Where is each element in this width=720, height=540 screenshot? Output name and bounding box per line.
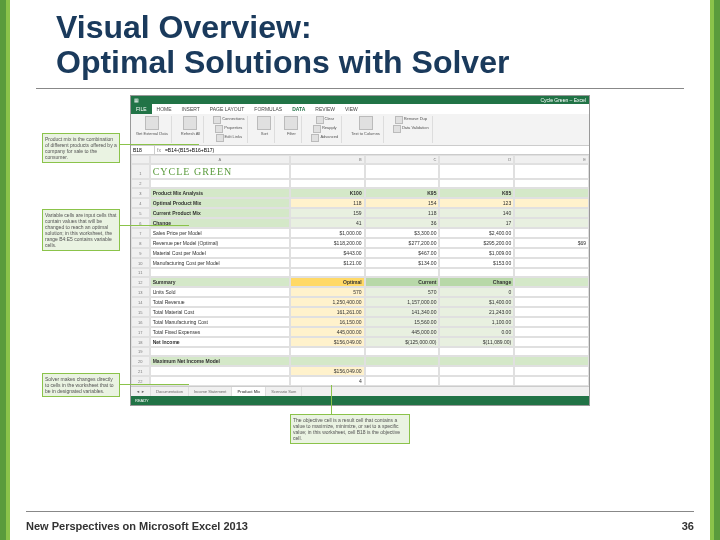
table-row[interactable]: 8Revenue per Model (Optimal)$118,200.00$… — [131, 238, 589, 248]
table-row[interactable]: 10Manufacturing Cost per Model$121.00$13… — [131, 258, 589, 268]
excel-titlebar: ▦ Cycle Green – Excel — [131, 96, 589, 104]
external-data-icon[interactable] — [145, 116, 159, 130]
status-bar: READY — [131, 396, 589, 405]
sheet-scenario[interactable]: Scenario Sum — [266, 387, 302, 396]
edit-icon[interactable] — [216, 134, 224, 142]
ribbon-body: Get External Data Refresh All Connection… — [131, 114, 589, 146]
table-row[interactable]: 7Sales Price per Model$1,000.00$3,300.00… — [131, 228, 589, 238]
tab-data[interactable]: DATA — [287, 104, 310, 114]
title-rule — [36, 88, 684, 89]
formula-value[interactable]: =B14-(B15+B16+B17) — [163, 146, 589, 154]
logo: CYCLE GREEN — [150, 164, 290, 179]
table-row[interactable]: 3Product Mix AnalysisK100K95K85 — [131, 188, 589, 198]
col-headers: A B C D E — [131, 155, 589, 164]
callout-product-mix: Product mix is the combination of differ… — [42, 133, 120, 163]
tab-file[interactable]: FILE — [131, 104, 152, 114]
rd-icon[interactable] — [395, 116, 403, 124]
callout-variable-cells: Variable cells are input cells that cont… — [42, 209, 120, 251]
tab-nav[interactable]: ◄ ► — [131, 387, 151, 396]
sheet-tabs: ◄ ► Documentation Income Statement Produ… — [131, 386, 589, 396]
table-row[interactable]: 13Units Sold5705700 — [131, 287, 589, 297]
sort-icon[interactable] — [257, 116, 271, 130]
tab-pagelayout[interactable]: PAGE LAYOUT — [205, 104, 250, 114]
footer-right: 36 — [682, 520, 694, 532]
reapply-icon[interactable] — [313, 125, 321, 133]
tab-formulas[interactable]: FORMULAS — [249, 104, 287, 114]
table-row[interactable]: 15Total Material Cost161,261.00141,340.0… — [131, 307, 589, 317]
sheet-doc[interactable]: Documentation — [151, 387, 189, 396]
table-row[interactable]: 6Change413617 — [131, 218, 589, 228]
table-row[interactable]: 224 — [131, 376, 589, 386]
ttc-icon[interactable] — [359, 116, 373, 130]
table-row[interactable]: 18Net Income$156,049.00$(125,000.00)$(11… — [131, 337, 589, 347]
table-row[interactable]: 20Maximum Net Income Model — [131, 356, 589, 366]
table-row[interactable]: 12SummaryOptimalCurrentChange — [131, 277, 589, 287]
ribbon-tabs: FILE HOME INSERT PAGE LAYOUT FORMULAS DA… — [131, 104, 589, 114]
table-row[interactable]: 19 — [131, 347, 589, 356]
table-row[interactable]: 16Total Manufacturing Cost16,150.0015,56… — [131, 317, 589, 327]
formula-bar: B18 fx =B14-(B15+B16+B17) — [131, 146, 589, 155]
excel-window: ▦ Cycle Green – Excel FILE HOME INSERT P… — [130, 95, 590, 406]
table-row[interactable]: 21$156,049.00 — [131, 366, 589, 376]
table-row[interactable]: 11 — [131, 268, 589, 277]
slide-title: Visual Overview: Optimal Solutions with … — [6, 0, 714, 86]
name-box[interactable]: B18 — [131, 146, 155, 154]
table-row[interactable]: 5Current Product Mix159118140 — [131, 208, 589, 218]
clear-icon[interactable] — [316, 116, 324, 124]
sheet-income[interactable]: Income Statement — [189, 387, 232, 396]
filter-icon[interactable] — [284, 116, 298, 130]
fx-icon[interactable]: fx — [155, 146, 163, 154]
callout-solver: Solver makes changes directly to cells i… — [42, 373, 120, 397]
spreadsheet-grid[interactable]: A B C D E 1CYCLE GREEN 2 3Product Mix An… — [131, 155, 589, 386]
table-row[interactable]: 4Optimal Product Mix118154123 — [131, 198, 589, 208]
refresh-icon[interactable] — [183, 116, 197, 130]
dv-icon[interactable] — [393, 125, 401, 133]
adv-icon[interactable] — [311, 134, 319, 142]
slide-footer: New Perspectives on Microsoft Excel 2013… — [26, 520, 694, 532]
prop-icon[interactable] — [215, 125, 223, 133]
sheet-productmix[interactable]: Product Mix — [232, 387, 266, 396]
callout-objective: The objective cell is a result cell that… — [290, 414, 410, 444]
footer-rule — [26, 511, 694, 512]
conn-icon[interactable] — [213, 116, 221, 124]
excel-icon: ▦ — [134, 97, 139, 103]
tab-insert[interactable]: INSERT — [177, 104, 205, 114]
tab-review[interactable]: REVIEW — [310, 104, 340, 114]
table-row[interactable]: 14Total Revenue1,250,400.001,157,000.00$… — [131, 297, 589, 307]
tab-home[interactable]: HOME — [152, 104, 177, 114]
table-row[interactable]: 9Material Cost per Model$443.00$467.00$1… — [131, 248, 589, 258]
tab-view[interactable]: VIEW — [340, 104, 363, 114]
table-row[interactable]: 17Total Fixed Expenses445,000.00445,000.… — [131, 327, 589, 337]
footer-left: New Perspectives on Microsoft Excel 2013 — [26, 520, 248, 532]
